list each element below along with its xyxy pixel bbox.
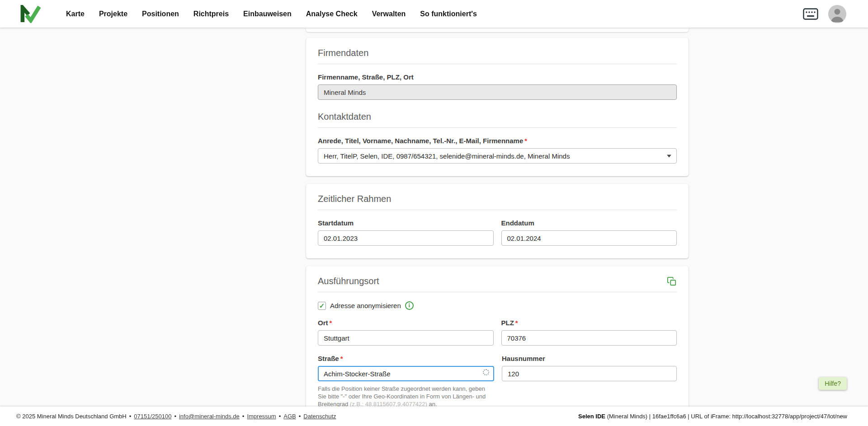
strasse-label-text: Straße <box>318 355 339 362</box>
hausnummer-input[interactable] <box>502 366 677 381</box>
keyboard-icon[interactable] <box>803 8 818 20</box>
footer-link-phone[interactable]: 07151/250100 <box>134 413 171 420</box>
firmenname-label: Firmenname, Straße, PLZ, Ort <box>318 73 677 81</box>
separator: • <box>299 413 301 420</box>
debug-info-app: Selen IDE <box>578 413 605 420</box>
loading-spinner-icon <box>483 369 489 375</box>
nav-projekte[interactable]: Projekte <box>99 10 127 18</box>
ausfuehrungsort-title: Ausführungsort <box>318 276 379 286</box>
required-marker: * <box>515 319 518 327</box>
separator: • <box>174 413 176 420</box>
kontakt-label: Anrede, Titel, Vorname, Nachname, Tel.-N… <box>318 137 677 145</box>
divider <box>318 127 677 128</box>
top-navbar: Karte Projekte Positionen Richtpreis Ein… <box>0 0 868 28</box>
debug-info: Selen IDE (Mineral Minds) | 16fae1ffc6a6… <box>578 413 847 420</box>
nav-analyse-check[interactable]: Analyse Check <box>306 10 358 18</box>
anonymize-row: ✓ Adresse anonymisieren i <box>318 301 677 310</box>
required-marker: * <box>524 137 527 145</box>
card-zeitlicher-rahmen: Zeitlicher Rahmen Startdatum Enddatum <box>306 184 689 258</box>
debug-info-detail: (Mineral Minds) | 16fae1ffc6a6 | URL of … <box>605 413 847 420</box>
user-avatar[interactable] <box>828 5 846 23</box>
required-marker: * <box>340 355 343 362</box>
startdatum-input[interactable] <box>318 230 494 246</box>
nav-einbauweisen[interactable]: Einbauweisen <box>243 10 292 18</box>
ort-label-text: Ort <box>318 319 328 327</box>
zeitlicher-rahmen-title: Zeitlicher Rahmen <box>318 194 677 204</box>
info-icon[interactable]: i <box>405 301 414 310</box>
person-icon <box>828 5 846 23</box>
strasse-hint: Falls die Position keiner Straße zugeord… <box>318 385 494 408</box>
copyright-text: © 2025 Mineral Minds Deutschland GmbH <box>16 413 127 420</box>
nav-positionen[interactable]: Positionen <box>142 10 179 18</box>
enddatum-label: Enddatum <box>501 219 677 227</box>
kontaktdaten-title: Kontaktdaten <box>318 112 677 122</box>
hausnummer-label: Hausnummer <box>502 355 677 362</box>
nav-karte[interactable]: Karte <box>66 10 85 18</box>
kontakt-label-text: Anrede, Titel, Vorname, Nachname, Tel.-N… <box>318 137 523 145</box>
kontakt-select[interactable]: Herr, TitelP, Selen, IDE, 0987/654321, s… <box>318 148 677 164</box>
ort-label: Ort* <box>318 319 494 327</box>
divider <box>318 64 677 64</box>
card-partial-top <box>306 28 689 32</box>
footer-link-email[interactable]: info@mineral-minds.de <box>179 413 240 420</box>
plz-input[interactable] <box>501 330 677 346</box>
logo-icon <box>20 5 41 23</box>
footer-link-impressum[interactable]: Impressum <box>247 413 276 420</box>
ort-input[interactable] <box>318 330 494 346</box>
copy-icon[interactable] <box>667 276 677 286</box>
strasse-input[interactable] <box>318 366 494 381</box>
footer-link-agb[interactable]: AGB <box>283 413 296 420</box>
plz-label-text: PLZ <box>501 319 514 327</box>
main-nav: Karte Projekte Positionen Richtpreis Ein… <box>66 10 477 18</box>
form-content: Firmendaten Firmenname, Straße, PLZ, Ort… <box>306 28 689 426</box>
enddatum-input[interactable] <box>501 230 677 246</box>
plz-label: PLZ* <box>501 319 677 327</box>
separator: • <box>279 413 281 420</box>
help-button[interactable]: Hilfe? <box>819 377 847 390</box>
strasse-label: Straße* <box>318 355 494 362</box>
nav-so-funktionierts[interactable]: So funktioniert's <box>420 10 477 18</box>
separator: • <box>242 413 245 420</box>
divider <box>318 292 677 292</box>
mineral-minds-logo[interactable] <box>20 5 41 23</box>
startdatum-label: Startdatum <box>318 219 494 227</box>
firmenname-input <box>318 84 677 100</box>
anonymize-checkbox[interactable]: ✓ <box>318 302 326 310</box>
card-ausfuehrungsort: Ausführungsort ✓ Adresse anonymisieren i… <box>306 266 689 421</box>
firmendaten-title: Firmendaten <box>318 48 677 58</box>
anonymize-label: Adresse anonymisieren <box>330 302 401 309</box>
nav-verwalten[interactable]: Verwalten <box>372 10 406 18</box>
kontakt-select-value: Herr, TitelP, Selen, IDE, 0987/654321, s… <box>324 152 570 160</box>
chevron-down-icon <box>667 155 671 158</box>
footer-link-datenschutz[interactable]: Datenschutz <box>303 413 336 420</box>
footer: © 2025 Mineral Minds Deutschland GmbH • … <box>0 407 868 426</box>
card-firmendaten: Firmendaten Firmenname, Straße, PLZ, Ort… <box>306 38 689 176</box>
required-marker: * <box>330 319 332 327</box>
separator: • <box>129 413 132 420</box>
nav-richtpreis[interactable]: Richtpreis <box>193 10 229 18</box>
